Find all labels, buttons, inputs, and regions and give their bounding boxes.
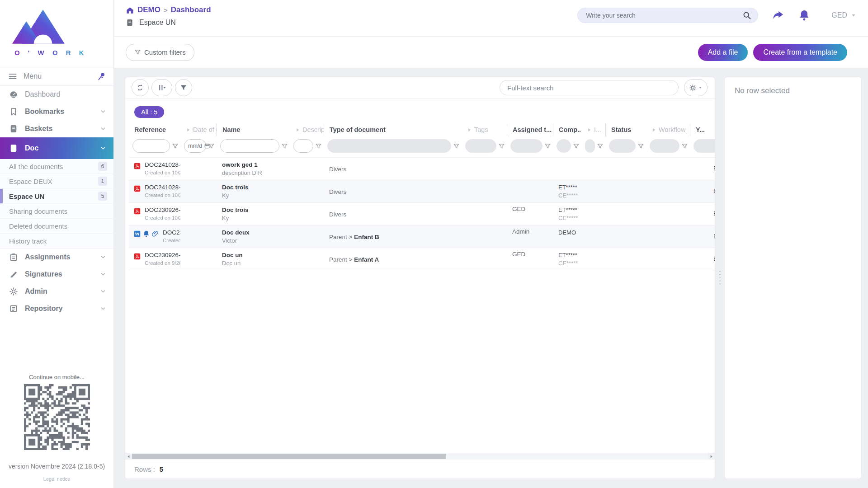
breadcrumb-current[interactable]: Dashboard — [171, 5, 211, 14]
filter-button[interactable] — [175, 79, 192, 96]
funnel-icon[interactable] — [544, 143, 551, 150]
select-filter-input[interactable] — [693, 139, 715, 153]
tri-right-icon[interactable] — [651, 127, 656, 132]
column-header-comp[interactable]: Comp... — [553, 123, 581, 136]
column-header-name[interactable]: Name — [217, 123, 290, 136]
funnel-icon[interactable] — [573, 143, 580, 150]
sidebar-item-admin[interactable]: Admin — [0, 283, 113, 300]
tri-right-icon[interactable] — [467, 127, 472, 132]
column-header-date-of-cr[interactable]: Date of cr... — [180, 123, 217, 136]
date-filter-input[interactable]: mm/d — [184, 139, 206, 153]
scrollbar-thumb[interactable] — [132, 454, 446, 459]
text-filter-input[interactable] — [293, 139, 313, 153]
column-header-tags[interactable]: Tags — [462, 123, 507, 136]
pin-icon[interactable] — [97, 72, 106, 81]
sidebar-subitem-sharing-documents[interactable]: Sharing documents — [0, 204, 113, 219]
legal-notice-link[interactable]: Legal notice — [43, 476, 70, 482]
text-filter-input[interactable] — [132, 139, 170, 153]
menu-toggle[interactable]: Menu — [0, 67, 113, 86]
custom-filters-button[interactable]: Custom filters — [126, 44, 194, 61]
app-root: O ' W O R K Menu DashboardBookmarksBaske… — [0, 0, 868, 488]
document-reference[interactable]: DOC230926-01610-3 — [145, 206, 180, 213]
share-icon[interactable] — [772, 9, 784, 22]
add-file-button[interactable]: Add a file — [698, 44, 748, 61]
type-prefix: Divers — [329, 166, 346, 173]
tri-right-icon[interactable] — [186, 127, 191, 132]
sidebar-item-assignments[interactable]: Assignments — [0, 249, 113, 266]
select-filter-input[interactable] — [465, 139, 496, 153]
column-header-workflow[interactable]: Workflow — [646, 123, 690, 136]
document-row[interactable]: DOC230926-01608-0Created on 9/26/2023 3:… — [129, 248, 715, 270]
sidebar-subitem-all-the-documents[interactable]: All the documents6 — [0, 159, 113, 174]
type-prefix: Divers — [329, 188, 346, 195]
home-icon[interactable] — [126, 6, 134, 14]
refresh-button[interactable] — [132, 79, 149, 96]
select-filter-input[interactable] — [557, 139, 571, 153]
scroll-left-arrow[interactable] — [125, 453, 132, 460]
column-header-i[interactable]: I... — [581, 123, 605, 136]
user-menu[interactable]: GED — [831, 11, 856, 19]
sidebar-item-signatures[interactable]: Signatures — [0, 266, 113, 283]
column-header-status[interactable]: Status — [605, 123, 646, 136]
column-header-reference[interactable]: Reference — [129, 123, 180, 136]
tri-right-icon[interactable] — [587, 127, 592, 132]
search-icon[interactable] — [742, 11, 751, 20]
document-reference[interactable]: DOC230926-01608-0 — [145, 252, 180, 258]
sidebar-subitem-espace-un[interactable]: Espace UN5 — [0, 189, 113, 204]
select-filter-input[interactable] — [609, 139, 636, 153]
select-filter-input[interactable] — [510, 139, 542, 153]
horizontal-scrollbar[interactable] — [125, 453, 715, 460]
select-filter-input[interactable] — [585, 139, 595, 153]
select-filter-input[interactable] — [327, 139, 451, 153]
scroll-right-arrow[interactable] — [708, 453, 715, 460]
column-header-type-of-document[interactable]: Type of document — [324, 123, 462, 136]
text-filter-input[interactable] — [220, 139, 279, 153]
document-reference[interactable]: DOC241028-01636-0 — [145, 161, 180, 168]
document-reference[interactable]: DOC230926-01609-0 — [163, 229, 180, 236]
document-row[interactable]: DOC241028-01636-0Created on 10/28/2024 1… — [129, 157, 715, 180]
funnel-icon[interactable] — [281, 143, 288, 150]
bell-icon[interactable] — [798, 9, 811, 22]
global-search[interactable] — [577, 8, 758, 23]
sidebar-item-dashboard[interactable]: Dashboard — [0, 86, 113, 103]
panel-resizer[interactable] — [715, 77, 724, 479]
column-header-assigned-t[interactable]: Assigned t... — [507, 123, 553, 136]
funnel-icon[interactable] — [453, 143, 460, 150]
sidebar-item-baskets[interactable]: Baskets — [0, 120, 113, 137]
document-reference[interactable]: DOC241028-01627-0 — [145, 184, 180, 191]
all-tab-chip[interactable]: All : 5 — [134, 106, 164, 118]
sidebar-item-bookmarks[interactable]: Bookmarks — [0, 103, 113, 120]
tri-right-icon[interactable] — [295, 127, 300, 132]
funnel-icon[interactable] — [208, 143, 215, 150]
sidebar-item-repository[interactable]: Repository — [0, 300, 113, 317]
select-filter-input[interactable] — [650, 139, 679, 153]
create-template-button[interactable]: Create from a template — [753, 44, 847, 61]
column-header-y[interactable]: Y... — [690, 123, 715, 136]
count-badge: 1 — [98, 177, 107, 186]
column-header-description[interactable]: Description — [290, 123, 324, 136]
document-row[interactable]: DOC241028-01627-0Created on 10/28/2024 1… — [129, 180, 715, 202]
global-search-input[interactable] — [586, 12, 742, 19]
columns-button[interactable] — [151, 79, 172, 96]
funnel-icon[interactable] — [315, 143, 322, 150]
sidebar-subitem-history-track[interactable]: History track — [0, 234, 113, 249]
funnel-icon[interactable] — [681, 143, 688, 150]
pen-icon — [9, 270, 18, 279]
drag-handle-icon[interactable] — [718, 270, 722, 286]
breadcrumb-root[interactable]: DEMO — [137, 5, 160, 14]
fulltext-search-input[interactable] — [500, 80, 679, 95]
clipped-cell: E — [690, 248, 715, 270]
funnel-icon[interactable] — [597, 143, 604, 150]
sidebar-subitem-espace-deux[interactable]: Espace DEUX1 — [0, 174, 113, 189]
funnel-icon[interactable] — [172, 143, 179, 150]
sidebar-item-label: Baskets — [25, 125, 52, 133]
funnel-icon[interactable] — [637, 143, 644, 150]
sidebar-subitem-deleted-documents[interactable]: Deleted documents — [0, 219, 113, 234]
document-row[interactable]: DOC230926-01609-0Created on 9/26/2023 3:… — [129, 225, 715, 248]
sidebar-item-doc[interactable]: Doc — [0, 137, 113, 159]
table-settings-button[interactable] — [684, 79, 708, 96]
scrollbar-track[interactable] — [132, 453, 708, 460]
document-name: Doc trois — [222, 206, 287, 213]
funnel-icon[interactable] — [498, 143, 505, 150]
document-row[interactable]: DOC230926-01610-3Created on 10/28/2024 1… — [129, 202, 715, 225]
